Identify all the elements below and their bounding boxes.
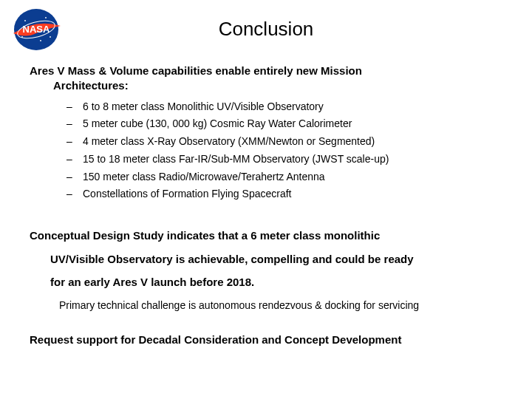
section1-line2: Architectures: <box>30 78 502 93</box>
list-item: 150 meter class Radio/Microwave/Terahert… <box>66 168 502 186</box>
section2-sub: Primary technical challenge is autonomou… <box>30 299 502 313</box>
section3-paragraph: Request support for Decadal Consideratio… <box>30 332 502 349</box>
slide: NASA Conclusion Ares V Mass & Volume cap… <box>0 0 532 399</box>
slide-content: Ares V Mass & Volume capabilities enable… <box>30 64 502 349</box>
list-item: 5 meter cube (130, 000 kg) Cosmic Ray Wa… <box>66 115 502 133</box>
section2-line1: Conceptual Design Study indicates that a… <box>30 229 380 242</box>
section1-heading: Ares V Mass & Volume capabilities enable… <box>30 64 502 94</box>
list-item: 4 meter class X-Ray Observatory (XMM/New… <box>66 133 502 151</box>
list-item: 15 to 18 meter class Far-IR/Sub-MM Obser… <box>66 151 502 168</box>
section1-line1: Ares V Mass & Volume capabilities enable… <box>30 64 362 77</box>
section1-bullets: 6 to 8 meter class Monolithic UV/Visible… <box>66 98 502 204</box>
section2-line2: UV/Visible Observatory is achievable, co… <box>30 248 502 271</box>
section2-paragraph: Conceptual Design Study indicates that a… <box>30 224 502 294</box>
slide-title: Conclusion <box>0 18 532 41</box>
list-item: Constellations of Formation Flying Space… <box>66 185 502 203</box>
list-item: 6 to 8 meter class Monolithic UV/Visible… <box>66 98 502 116</box>
section2-line3: for an early Ares V launch before 2018. <box>30 270 502 294</box>
